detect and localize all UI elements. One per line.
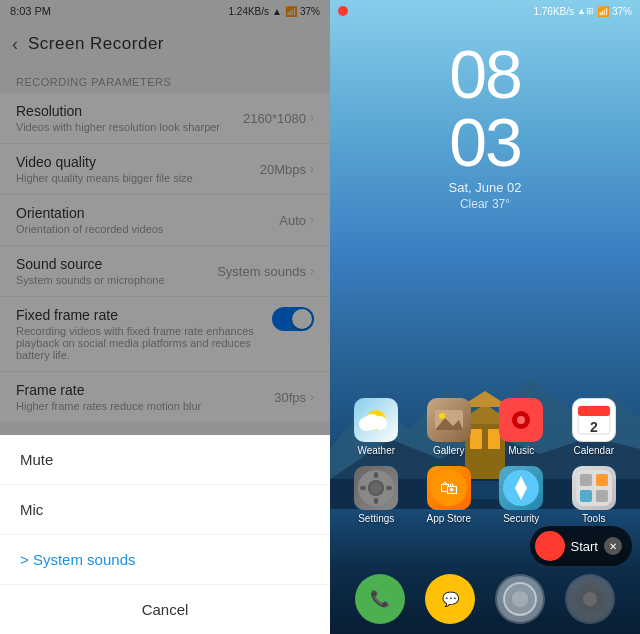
svg-text:💬: 💬 <box>442 591 460 608</box>
weather-label: Weather <box>357 445 395 456</box>
app-security[interactable]: Security <box>491 466 551 524</box>
app-settings[interactable]: Settings <box>346 466 406 524</box>
modal-option-mic[interactable]: Mic <box>0 485 330 535</box>
svg-text:🛍: 🛍 <box>440 478 458 498</box>
modal-overlay[interactable]: Mute Mic System sounds Cancel <box>0 0 330 634</box>
app-grid: Weather Gallery Music 2 Calendar <box>330 398 640 534</box>
left-panel: 8:03 PM 1.24KB/s ▲ 📶 37% ‹ Screen Record… <box>0 0 330 634</box>
system-sounds-label: System sounds <box>33 551 136 568</box>
appstore-label: App Store <box>427 513 471 524</box>
appstore-icon: 🛍 <box>427 466 471 510</box>
app-appstore[interactable]: 🛍 App Store <box>419 466 479 524</box>
modal-option-system-sounds[interactable]: System sounds <box>0 535 330 585</box>
gallery-icon <box>427 398 471 442</box>
clock-hour: 08 <box>449 36 521 112</box>
svg-rect-36 <box>596 490 608 502</box>
battery-right: 37% <box>612 6 632 17</box>
security-label: Security <box>503 513 539 524</box>
svg-text:2: 2 <box>590 419 598 435</box>
wifi-icon-right: 📶 <box>597 6 609 17</box>
security-icon <box>499 466 543 510</box>
svg-point-18 <box>517 416 525 424</box>
app-row-1: Weather Gallery Music 2 Calendar <box>340 398 630 456</box>
svg-rect-27 <box>386 486 392 490</box>
clock-minute: 03 <box>449 104 521 180</box>
app-gallery[interactable]: Gallery <box>419 398 479 456</box>
clock-date: Sat, June 02 <box>330 180 640 195</box>
mute-label: Mute <box>20 451 53 468</box>
start-label: Start <box>571 539 598 554</box>
signal-icon-right: ▲⊞ <box>577 6 594 16</box>
svg-rect-24 <box>374 472 378 478</box>
modal-sheet: Mute Mic System sounds Cancel <box>0 435 330 634</box>
status-right-info: 1.76KB/s ▲⊞ 📶 37% <box>533 6 632 17</box>
start-recording-widget[interactable]: Start ✕ <box>530 526 632 566</box>
right-panel: 1.76KB/s ▲⊞ 📶 37% 08 03 Sat, June 02 Cle… <box>330 0 640 634</box>
svg-point-43 <box>512 591 528 607</box>
red-dot <box>338 6 348 16</box>
svg-rect-35 <box>580 490 592 502</box>
weather-icon <box>354 398 398 442</box>
clock-time: 08 03 <box>330 40 640 176</box>
dock-cam2[interactable] <box>565 574 615 624</box>
svg-rect-26 <box>360 486 366 490</box>
calendar-icon: 2 <box>572 398 616 442</box>
tools-icon <box>572 466 616 510</box>
settings-label: Settings <box>358 513 394 524</box>
svg-point-46 <box>583 592 597 606</box>
music-icon <box>499 398 543 442</box>
calendar-label: Calendar <box>573 445 614 456</box>
svg-rect-34 <box>596 474 608 486</box>
svg-point-15 <box>439 413 445 419</box>
settings-icon <box>354 466 398 510</box>
dock-cam1[interactable] <box>495 574 545 624</box>
tools-label: Tools <box>582 513 605 524</box>
app-row-2: Settings 🛍 App Store Security Tools <box>340 466 630 524</box>
app-music[interactable]: Music <box>491 398 551 456</box>
dock-phone[interactable]: 📞 <box>355 574 405 624</box>
app-weather[interactable]: Weather <box>346 398 406 456</box>
clock-display: 08 03 Sat, June 02 Clear 37° <box>330 40 640 211</box>
svg-point-12 <box>373 416 387 430</box>
mic-label: Mic <box>20 501 43 518</box>
app-tools[interactable]: Tools <box>564 466 624 524</box>
svg-rect-20 <box>578 406 610 416</box>
record-dot <box>535 531 565 561</box>
clock-weather: Clear 37° <box>330 197 640 211</box>
app-calendar[interactable]: 2 Calendar <box>564 398 624 456</box>
svg-rect-25 <box>374 498 378 504</box>
gallery-label: Gallery <box>433 445 465 456</box>
modal-cancel-button[interactable]: Cancel <box>0 585 330 634</box>
svg-rect-33 <box>580 474 592 486</box>
network-speed-right: 1.76KB/s <box>533 6 574 17</box>
svg-text:📞: 📞 <box>370 589 390 608</box>
modal-option-mute[interactable]: Mute <box>0 435 330 485</box>
close-recording-button[interactable]: ✕ <box>604 537 622 555</box>
status-bar-right: 1.76KB/s ▲⊞ 📶 37% <box>330 0 640 22</box>
dock-message[interactable]: 💬 <box>425 574 475 624</box>
music-label: Music <box>508 445 534 456</box>
svg-point-23 <box>369 481 383 495</box>
phone-dock: 📞 💬 <box>330 574 640 624</box>
